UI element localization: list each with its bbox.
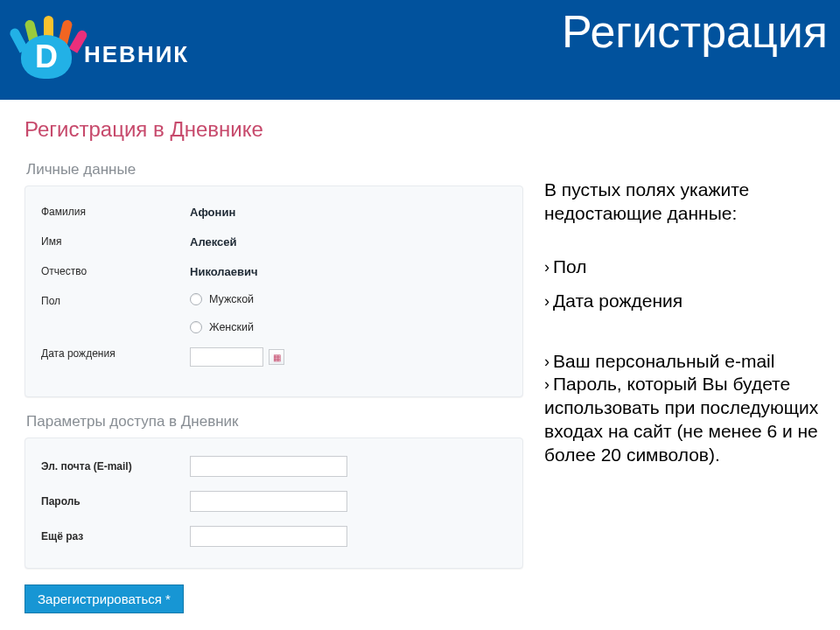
label-gender: Пол	[41, 295, 190, 307]
radio-dot-icon	[190, 293, 202, 305]
dob-input[interactable]	[190, 347, 263, 367]
label-password: Пароль	[41, 495, 190, 508]
hint-item: Дата рождения	[544, 290, 824, 313]
label-email: Эл. почта (E-mail)	[41, 460, 190, 472]
logo-letter: D	[21, 35, 72, 79]
hints-list-1: Пол Дата рождения	[544, 256, 824, 313]
label-password2: Ещё раз	[41, 530, 190, 542]
label-lastname: Фамилия	[41, 206, 190, 218]
label-patronymic: Отчество	[41, 265, 190, 277]
value-lastname: Афонин	[190, 206, 235, 219]
label-dob: Дата рождения	[41, 347, 190, 360]
section-title-access: Параметры доступа в Дневник	[26, 413, 534, 430]
radio-label-female: Женский	[209, 321, 254, 333]
radio-gender-male[interactable]: Мужской	[190, 293, 254, 305]
radio-gender-female[interactable]: Женский	[190, 321, 254, 333]
header-bar: D НЕВНИК Регистрация	[0, 0, 840, 100]
register-button[interactable]: Зарегистрироваться *	[24, 584, 184, 613]
hand-icon: D	[18, 10, 79, 74]
value-firstname: Алексей	[190, 235, 237, 248]
form-column: Регистрация в Дневнике Личные данные Фам…	[0, 100, 534, 630]
hint-item: Пол	[544, 256, 824, 279]
calendar-icon[interactable]: ▦	[269, 349, 284, 365]
brand-word: НЕВНИК	[84, 41, 189, 74]
value-patronymic: Николаевич	[190, 265, 258, 278]
radio-label-male: Мужской	[209, 293, 254, 305]
email-input[interactable]	[190, 456, 347, 477]
hints-column: В пустых полях укажите недостающие данны…	[534, 100, 840, 630]
radio-dot-icon	[190, 321, 202, 333]
section-title-personal: Личные данные	[26, 161, 534, 178]
password-repeat-input[interactable]	[190, 526, 347, 547]
hint-item: Пароль, который Вы будете использовать п…	[544, 373, 824, 467]
hints-heading: В пустых полях укажите недостающие данны…	[544, 178, 824, 226]
access-panel: Эл. почта (E-mail) Пароль Ещё раз	[24, 438, 523, 569]
personal-panel: Фамилия Афонин Имя Алексей Отчество Нико…	[24, 186, 523, 397]
label-firstname: Имя	[41, 235, 190, 248]
hints-list-2: Ваш персональный e-mail Пароль, который …	[544, 350, 824, 467]
page-title: Регистрация в Дневнике	[24, 117, 534, 142]
hint-item: Ваш персональный e-mail	[544, 350, 824, 374]
slide-title: Регистрация	[562, 5, 828, 58]
password-input[interactable]	[190, 491, 347, 512]
brand-logo: D НЕВНИК	[18, 10, 189, 74]
